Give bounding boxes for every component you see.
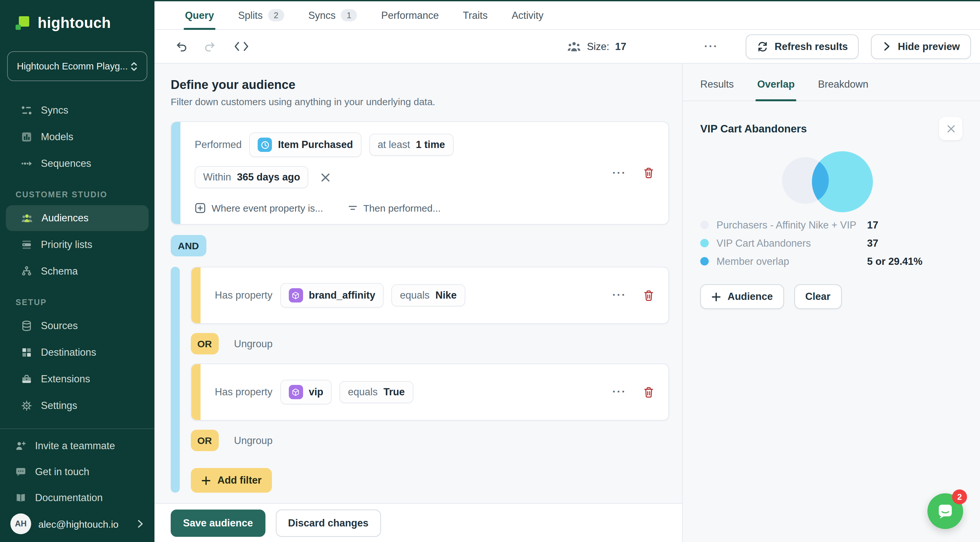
extensions-icon xyxy=(21,373,32,385)
sidebar-item-label: Priority lists xyxy=(41,239,92,250)
tab-label: Splits xyxy=(238,10,263,21)
event-name-chip[interactable]: Item Purchased xyxy=(250,132,361,157)
sidebar-item-sources[interactable]: Sources xyxy=(6,313,149,339)
redo-button[interactable] xyxy=(200,37,218,56)
event-name: Item Purchased xyxy=(278,139,353,151)
logo-wordmark: hightouch xyxy=(38,14,111,32)
tab-results[interactable]: Results xyxy=(700,78,734,100)
workspace-selector[interactable]: Hightouch Ecomm Playg... xyxy=(7,51,147,81)
then-performed-button[interactable]: Then performed... xyxy=(348,202,441,214)
hightouch-logo[interactable]: hightouch xyxy=(0,0,154,32)
discard-changes-button[interactable]: Discard changes xyxy=(275,509,381,537)
sidebar-divider xyxy=(0,429,154,429)
clear-overlap-button[interactable]: Clear xyxy=(794,284,842,309)
delete-property-filter-button[interactable] xyxy=(643,386,654,398)
destinations-icon xyxy=(21,347,32,358)
legend-label: Purchasers - Affinity Nike + VIP xyxy=(716,219,867,231)
tab-overlap[interactable]: Overlap xyxy=(757,78,794,100)
sidebar-item-label: Sources xyxy=(41,320,78,332)
operator-chip-brand-affinity[interactable]: equals Nike xyxy=(391,284,465,306)
tab-syncs[interactable]: Syncs 1 xyxy=(308,1,357,29)
property-filter-card-vip: Has property vip xyxy=(191,363,669,421)
intercom-launcher[interactable]: 2 xyxy=(928,493,963,529)
sidebar-spacer xyxy=(0,419,154,422)
chevron-right-icon xyxy=(135,519,145,529)
sidebar-item-invite-teammate[interactable]: Invite a teammate xyxy=(0,433,154,459)
or-connector-badge[interactable]: OR xyxy=(191,430,218,451)
sidebar-item-audiences[interactable]: Audiences xyxy=(6,205,149,231)
sidebar-item-schema[interactable]: Schema xyxy=(6,258,149,284)
undo-button[interactable] xyxy=(173,37,191,56)
property-card-accent xyxy=(191,364,200,420)
tab-traits[interactable]: Traits xyxy=(463,1,487,29)
audiences-icon xyxy=(21,212,33,224)
sidebar-item-priority-lists[interactable]: Priority lists xyxy=(6,232,149,258)
hide-preview-label: Hide preview xyxy=(898,41,960,52)
builder-column: Define your audience Filter down custome… xyxy=(154,64,682,542)
sidebar-item-get-in-touch[interactable]: Get in touch xyxy=(0,459,154,485)
sidebar-item-destinations[interactable]: Destinations xyxy=(6,340,149,365)
sidebar-item-label: Extensions xyxy=(41,373,90,385)
property-cube-icon xyxy=(288,385,303,399)
ungroup-button[interactable]: Ungroup xyxy=(234,435,273,446)
account-menu[interactable]: AH alec@hightouch.io xyxy=(0,511,154,542)
delete-event-filter-button[interactable] xyxy=(643,167,654,179)
time-window-chip[interactable]: Within 365 days ago xyxy=(195,166,309,188)
close-overlap-button[interactable] xyxy=(939,117,963,140)
event-card-more-button[interactable]: ··· xyxy=(612,166,626,180)
gear-icon xyxy=(21,400,32,411)
property-chip-brand-affinity[interactable]: brand_affinity xyxy=(280,283,383,308)
tab-label: Query xyxy=(185,10,214,21)
refresh-icon xyxy=(756,41,768,52)
hide-preview-button[interactable]: Hide preview xyxy=(871,34,971,59)
action-bar: Save audience Discard changes xyxy=(154,503,682,542)
or-connector-badge[interactable]: OR xyxy=(191,333,218,354)
add-event-property-button[interactable]: Where event property is... xyxy=(195,202,323,214)
property-name: vip xyxy=(309,386,323,398)
property-card-controls: ··· xyxy=(612,289,654,302)
notification-badge: 2 xyxy=(952,489,967,504)
sidebar-item-label: Audiences xyxy=(41,212,89,224)
sidebar-item-sequences[interactable]: Sequences xyxy=(6,151,149,177)
property-card-more-button[interactable]: ··· xyxy=(612,386,626,399)
frequency-chip[interactable]: at least 1 time xyxy=(369,134,453,156)
sidebar-item-documentation[interactable]: Documentation xyxy=(0,485,154,511)
event-filter-card: Performed Item Purchased xyxy=(171,121,669,225)
tab-performance[interactable]: Performance xyxy=(381,1,439,29)
tab-activity[interactable]: Activity xyxy=(512,1,544,29)
legend-label: VIP Cart Abandoners xyxy=(716,237,867,249)
tab-splits[interactable]: Splits 2 xyxy=(238,1,284,29)
sidebar-item-models[interactable]: Models xyxy=(6,124,149,150)
add-audience-to-overlap-button[interactable]: Audience xyxy=(700,284,784,309)
workzone: Define your audience Filter down custome… xyxy=(154,64,980,542)
operator-chip-vip[interactable]: equals True xyxy=(339,381,413,403)
tab-query[interactable]: Query xyxy=(185,1,214,29)
workspace-name: Hightouch Ecomm Playg... xyxy=(17,61,128,72)
legend-dot-icon xyxy=(700,239,709,247)
add-filter-button[interactable]: Add filter xyxy=(191,468,272,493)
sidebar-item-extensions[interactable]: Extensions xyxy=(6,366,149,392)
refresh-results-button[interactable]: Refresh results xyxy=(745,34,859,59)
tab-label: Performance xyxy=(381,10,439,21)
tab-breakdown[interactable]: Breakdown xyxy=(818,78,869,100)
preview-tabbar: Results Overlap Breakdown xyxy=(683,64,980,101)
audience-tabbar: Query Splits 2 Syncs 1 Performance Trait… xyxy=(154,1,980,30)
sidebar-nav: Syncs Models xyxy=(0,97,154,419)
chat-bubble-icon xyxy=(15,466,27,478)
delete-property-filter-button[interactable] xyxy=(643,289,654,301)
tab-label: Activity xyxy=(512,10,544,21)
footer-item-label: Get in touch xyxy=(35,466,89,478)
property-card-accent xyxy=(191,268,200,323)
and-connector-badge[interactable]: AND xyxy=(171,235,206,257)
toolbar-more-button[interactable]: ··· xyxy=(704,40,718,53)
code-view-button[interactable] xyxy=(232,37,251,56)
sidebar-item-syncs[interactable]: Syncs xyxy=(6,97,149,123)
sidebar-item-settings[interactable]: Settings xyxy=(6,393,149,419)
ungroup-button[interactable]: Ungroup xyxy=(234,338,273,349)
property-card-more-button[interactable]: ··· xyxy=(612,289,626,302)
hightouch-logo-icon xyxy=(14,14,32,32)
performed-label: Performed xyxy=(195,139,242,151)
save-audience-button[interactable]: Save audience xyxy=(171,509,265,537)
remove-window-button[interactable] xyxy=(317,168,334,186)
property-chip-vip[interactable]: vip xyxy=(280,380,332,404)
